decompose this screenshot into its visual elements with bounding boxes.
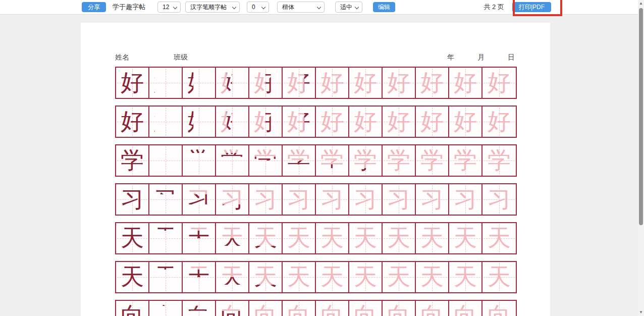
grid-cell: 天天	[149, 262, 183, 292]
scrollbar-thumb[interactable]	[639, 8, 643, 225]
grid-cell: 习	[383, 184, 416, 215]
trace-character: 好	[383, 107, 415, 137]
trace-character: 学	[416, 145, 448, 176]
grid-cell: 天	[316, 262, 349, 292]
grid-cell: 习习	[149, 184, 183, 215]
stroke-progress-faded: 好	[216, 107, 248, 137]
font-size-value: 12	[163, 4, 169, 11]
stroke-progress-faded: 学	[383, 145, 415, 176]
density-select[interactable]: 适中	[335, 2, 362, 13]
model-character: 习	[116, 184, 148, 215]
practice-grid: 好好好好好好好好好好好好好好好好好好好好好好好好好好好好好好好好好好好好学学学学…	[115, 67, 550, 316]
grid-cell: 天	[349, 223, 383, 253]
trace-character: 向	[383, 301, 415, 316]
grid-cell: 学学	[316, 145, 349, 176]
stroke-progress-faded: 向	[316, 301, 348, 316]
trace-character: 习	[449, 184, 481, 215]
trace-character: 好	[383, 68, 415, 98]
date-labels: 年 月 日	[447, 53, 515, 62]
grid-cell: 好好	[249, 68, 283, 98]
stroke-progress-faded: 向	[249, 301, 282, 316]
share-button[interactable]: 分享	[82, 2, 106, 12]
stroke-progress-faded: 学	[316, 145, 348, 176]
scroll-up-arrow-icon[interactable]: ▲	[638, 0, 644, 7]
stroke-progress-current: 好	[149, 68, 182, 98]
model-character: 向	[116, 301, 148, 316]
trace-character: 向	[482, 301, 516, 316]
name-label: 姓名	[115, 53, 129, 62]
grid-cell: 天	[316, 223, 349, 253]
trace-character: 天	[482, 223, 516, 253]
scroll-down-arrow-icon[interactable]: ▼	[638, 309, 644, 316]
worksheet-page: 姓名 班级 年 月 日 好好好好好好好好好好好好好好好好好好好好好好好好好好好好…	[81, 23, 550, 316]
sheet-type-select[interactable]: 汉字笔顺字帖	[185, 2, 240, 13]
trace-character: 天	[416, 223, 448, 253]
trace-character: 天	[416, 262, 448, 292]
grid-cell: 学学	[383, 145, 416, 176]
grid-cell: 好	[482, 68, 516, 98]
print-pdf-button[interactable]: 打印|PDF	[512, 2, 551, 12]
grid-cell: 好好	[283, 107, 316, 137]
model-character: 好	[116, 68, 148, 98]
font-size-select[interactable]: 12	[157, 2, 181, 13]
offset-value: 0	[252, 4, 255, 11]
grid-cell: 习习	[183, 184, 216, 215]
grid-cell: 好好	[149, 68, 183, 98]
stroke-progress-faded: 好	[283, 107, 315, 137]
grid-cell: 天	[283, 223, 316, 253]
grid-cell: 天天	[249, 223, 283, 253]
grid-cell: 向向	[249, 301, 283, 316]
month-label: 月	[477, 53, 485, 62]
trace-character: 好	[482, 68, 516, 98]
grid-cell: 天	[449, 262, 482, 292]
trace-character: 好	[416, 68, 448, 98]
trace-character: 天	[283, 223, 315, 253]
grid-cell: 好好	[149, 107, 183, 137]
grid-cell: 向	[482, 301, 516, 316]
trace-character: 好	[416, 107, 448, 137]
grid-cell: 天天	[216, 262, 249, 292]
grid-cell: 好好	[316, 68, 349, 98]
grid-cell: 天天	[216, 223, 249, 253]
scrollbar[interactable]: ▲ ▼	[638, 0, 644, 316]
grid-cell: 天	[416, 223, 449, 253]
font-select[interactable]: 楷体	[277, 2, 325, 13]
grid-cell: 学学	[249, 145, 283, 176]
toolbar-inner: 分享 学于趣字帖 12 汉字笔顺字帖 0 楷体 适中 编辑 共 2 页 打印|P…	[82, 0, 551, 14]
toolbar-right-group: 共 2 页 打印|PDF	[484, 2, 551, 12]
grid-row: 习习习习习习习习习习习习习习习	[115, 183, 517, 216]
grid-cell: 向向	[316, 301, 349, 316]
grid-cell: 习	[449, 184, 482, 215]
page-count-label: 共 2 页	[484, 3, 504, 12]
trace-character: 学	[449, 145, 481, 176]
grid-cell: 学学	[149, 145, 183, 176]
stroke-progress-current: 天	[149, 223, 182, 253]
trace-character: 好	[449, 107, 481, 137]
grid-cell: 天	[383, 262, 416, 292]
trace-character: 天	[349, 223, 382, 253]
grid-row: 好好好好好好好好好好好好好好好好好好	[115, 106, 517, 138]
grid-cell: 天	[116, 223, 149, 253]
site-title: 学于趣字帖	[113, 3, 145, 12]
stroke-progress-current: 天	[149, 262, 182, 292]
grid-cell: 习	[283, 184, 316, 215]
stroke-progress-faded: 天	[183, 223, 215, 253]
trace-character: 好	[349, 107, 382, 137]
grid-cell: 好	[383, 107, 416, 137]
grid-cell: 好	[116, 68, 149, 98]
grid-cell: 好好	[216, 68, 249, 98]
offset-select[interactable]: 0	[247, 2, 269, 13]
grid-cell: 好好	[183, 107, 216, 137]
trace-character: 向	[449, 301, 481, 316]
grid-cell: 好	[449, 68, 482, 98]
grid-cell: 学	[116, 145, 149, 176]
stroke-progress-faded: 学	[149, 145, 182, 176]
worksheet-header: 姓名 班级 年 月 日	[115, 51, 515, 62]
edit-button[interactable]: 编辑	[373, 2, 395, 12]
trace-character: 好	[482, 107, 516, 137]
grid-cell: 习	[482, 184, 516, 215]
trace-character: 天	[383, 223, 415, 253]
stroke-progress-faded: 好	[183, 68, 215, 98]
grid-cell: 向	[416, 301, 449, 316]
grid-cell: 好	[349, 107, 383, 137]
